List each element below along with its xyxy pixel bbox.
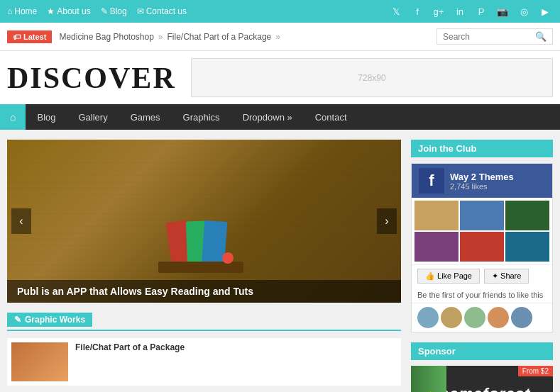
nav-home-icon[interactable]: ⌂ xyxy=(0,104,26,130)
instagram-icon[interactable]: 📷 xyxy=(495,4,510,19)
sidebar: Join the Club f Way 2 Themes 2,745 likes xyxy=(411,140,553,392)
post-title-1[interactable]: File/Chat Part of a Package xyxy=(75,342,397,352)
main-nav: ⌂ Blog Gallery Games Graphics Dropdown »… xyxy=(0,104,560,130)
friend-avatar-2 xyxy=(441,307,462,328)
post-info-1: File/Chat Part of a Package xyxy=(75,342,397,381)
sponsor-price-tag: From $2 xyxy=(518,366,553,376)
slider-caption: Publ is an APP that Allows Easy Reading … xyxy=(7,280,401,303)
tag-icon: 🏷 xyxy=(13,33,21,41)
home-icon: ⌂ xyxy=(7,6,12,16)
fb-image-3 xyxy=(505,201,549,230)
latest-separator-2: » xyxy=(275,32,280,42)
top-bar: ⌂ Home ★ About us ✎ Blog ✉ Contact us 𝕏 … xyxy=(0,0,560,23)
pencil-icon: ✎ xyxy=(101,6,108,16)
sponsor-overlay: 🌿 xyxy=(411,366,446,392)
latest-separator-1: » xyxy=(158,32,163,42)
nav-blog[interactable]: ✎ Blog xyxy=(101,6,127,16)
slider-prev-button[interactable]: ‹ xyxy=(11,208,31,234)
apple-decoration xyxy=(222,252,234,264)
site-title: DISCOVER xyxy=(7,61,177,95)
logo-banner: DISCOVER 728x90 xyxy=(0,51,560,104)
twitter-icon[interactable]: 𝕏 xyxy=(388,4,404,19)
fb-actions: 👍 Like Page ✦ Share xyxy=(412,264,552,287)
post-thumbnail-1[interactable] xyxy=(11,342,68,381)
sponsor-section: Sponsor 🌿 themeforest From $2 xyxy=(411,342,553,392)
friend-avatar-4 xyxy=(488,307,509,328)
book-tray xyxy=(158,262,243,273)
nav-about[interactable]: ★ About us xyxy=(47,6,90,16)
fb-friends-text: Be the first of your friends to like thi… xyxy=(412,287,552,303)
fb-logo: f xyxy=(419,168,444,194)
nav-contact[interactable]: Contact xyxy=(304,105,358,130)
rss-icon[interactable]: ◎ xyxy=(516,4,532,19)
fb-image-2 xyxy=(460,201,504,230)
graphic-works-header: ✎ Graphic Works xyxy=(7,313,401,331)
facebook-widget: f Way 2 Themes 2,745 likes 👍 Like Page xyxy=(411,163,553,332)
nav-items: Blog Gallery Games Graphics Dropdown » C… xyxy=(26,105,358,130)
search-button[interactable]: 🔍 xyxy=(535,31,547,42)
sponsor-banner[interactable]: 🌿 themeforest From $2 xyxy=(411,366,553,392)
fb-page-info: Way 2 Themes 2,745 likes xyxy=(450,172,514,191)
nav-home[interactable]: ⌂ Home xyxy=(7,6,37,16)
envelope-icon: ✉ xyxy=(137,6,144,16)
nav-contact[interactable]: ✉ Contact us xyxy=(137,6,187,16)
post-item: File/Chat Part of a Package xyxy=(7,338,401,386)
fb-page-name: Way 2 Themes xyxy=(450,172,514,182)
search-input[interactable] xyxy=(443,32,535,42)
top-nav: ⌂ Home ★ About us ✎ Blog ✉ Contact us xyxy=(7,6,187,16)
fb-image-1 xyxy=(414,201,459,230)
fb-header: f Way 2 Themes 2,745 likes xyxy=(412,164,552,198)
nav-gallery[interactable]: Gallery xyxy=(67,105,119,130)
fb-share-button[interactable]: ✦ Share xyxy=(484,269,529,284)
main-column: ‹ › Publ is an APP that Allows Easy Read… xyxy=(7,140,401,392)
content-area: ‹ › Publ is an APP that Allows Easy Read… xyxy=(0,130,560,392)
nav-graphics[interactable]: Graphics xyxy=(172,105,231,130)
nav-dropdown[interactable]: Dropdown » xyxy=(231,105,304,130)
latest-badge: 🏷 Latest xyxy=(7,30,52,43)
fb-images-grid xyxy=(412,198,552,264)
join-club-header: Join the Club xyxy=(411,140,553,157)
hero-slider: ‹ › Publ is an APP that Allows Easy Read… xyxy=(7,140,401,303)
fb-image-4 xyxy=(414,232,459,262)
search-box: 🔍 xyxy=(437,28,553,45)
fb-friends-avatars xyxy=(412,303,552,332)
nav-blog[interactable]: Blog xyxy=(26,105,67,130)
friend-avatar-5 xyxy=(511,307,532,328)
latest-item-1[interactable]: Medicine Bag Photoshop xyxy=(59,32,153,42)
latest-items: Medicine Bag Photoshop » File/Chat Part … xyxy=(59,32,429,42)
social-icons: 𝕏 f g+ in P 📷 ◎ ▶ xyxy=(388,4,553,19)
youtube-icon[interactable]: ▶ xyxy=(537,4,553,19)
googleplus-icon[interactable]: g+ xyxy=(431,4,446,19)
fb-like-button[interactable]: 👍 Like Page xyxy=(417,269,480,284)
graphic-works-badge: ✎ Graphic Works xyxy=(7,313,92,327)
friend-avatar-3 xyxy=(464,307,485,328)
pencil-section-icon: ✎ xyxy=(14,315,21,325)
join-club-section: Join the Club f Way 2 Themes 2,745 likes xyxy=(411,140,553,332)
slider-books-graphic xyxy=(162,211,247,267)
latest-item-2[interactable]: File/Chat Part of a Package xyxy=(168,32,272,42)
friend-avatar-1 xyxy=(417,307,439,328)
slider-next-button[interactable]: › xyxy=(377,208,397,234)
nav-games[interactable]: Games xyxy=(119,105,172,130)
fb-image-6 xyxy=(505,232,549,262)
pinterest-icon[interactable]: P xyxy=(473,4,489,19)
star-icon: ★ xyxy=(47,6,55,16)
facebook-icon[interactable]: f xyxy=(410,4,425,19)
food-thumbnail-bg xyxy=(11,342,68,381)
sponsor-brand: themeforest xyxy=(434,385,531,392)
slider-background xyxy=(7,140,401,303)
ad-banner-728: 728x90 xyxy=(191,58,553,97)
sponsor-header: Sponsor xyxy=(411,342,553,360)
fb-image-5 xyxy=(460,232,504,262)
linkedin-icon[interactable]: in xyxy=(452,4,468,19)
fb-likes-count: 2,745 likes xyxy=(450,182,514,191)
latest-bar: 🏷 Latest Medicine Bag Photoshop » File/C… xyxy=(0,23,560,51)
